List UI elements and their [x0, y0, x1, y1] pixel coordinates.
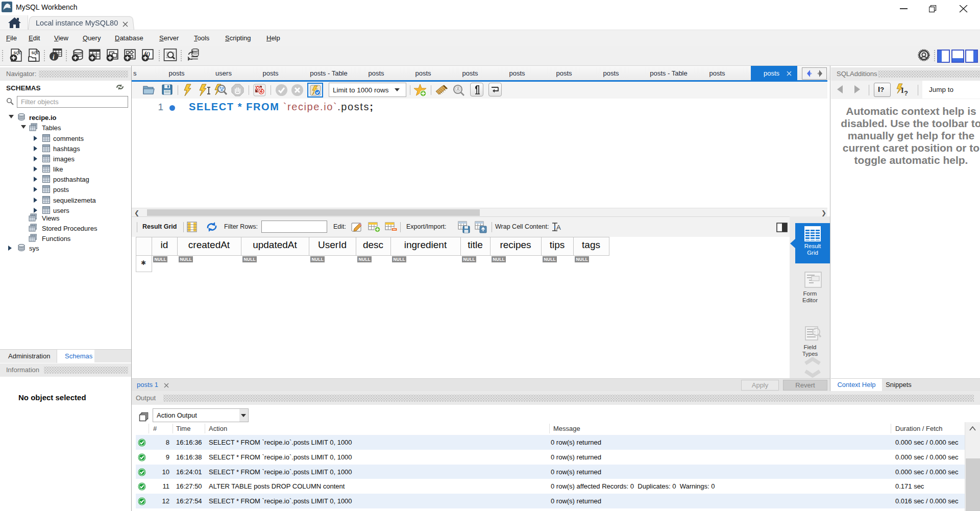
svg-text:?: ? [904, 89, 908, 97]
svg-text:A: A [556, 224, 561, 231]
svg-text:SQL: SQL [32, 51, 39, 55]
svg-text:SQL: SQL [14, 51, 21, 55]
svg-text:i: i [53, 53, 55, 61]
